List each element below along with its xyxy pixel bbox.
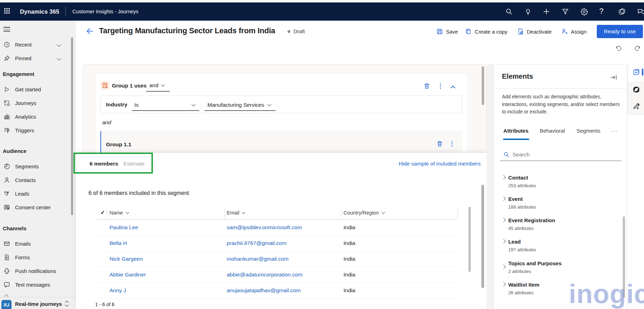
copilot-icon[interactable] <box>618 8 626 15</box>
sidebar-group-channels: Channels Emails Forms Push no <box>0 225 76 292</box>
sidebar-item-label: Triggers <box>15 127 34 133</box>
chevron-right-icon[interactable] <box>501 239 506 244</box>
tab-segments[interactable]: Segments <box>576 128 600 134</box>
area-switcher[interactable]: RJ Real-time journeys <box>0 297 76 309</box>
redo-icon[interactable] <box>634 44 642 52</box>
column-header-email[interactable]: Email <box>227 210 245 216</box>
panel-gap <box>487 64 493 309</box>
chevron-right-icon[interactable] <box>501 196 506 201</box>
create-copy-button[interactable]: Create a copy <box>465 28 507 35</box>
member-email-link[interactable]: prachii.8767@gmail.com <box>227 240 286 246</box>
save-button[interactable]: Save <box>437 28 458 35</box>
column-header-name[interactable]: Name <box>109 210 129 216</box>
element-count: 45 attributes <box>508 226 534 231</box>
brand-title[interactable]: Dynamics 365 <box>20 8 59 15</box>
sidebar-item-pinned[interactable]: Pinned <box>0 51 76 65</box>
undo-icon[interactable] <box>615 44 622 52</box>
filter-icon[interactable] <box>561 8 569 15</box>
waffle-icon[interactable] <box>4 8 10 14</box>
tab-behavioral[interactable]: Behavioral <box>540 128 565 134</box>
tab-attributes[interactable]: Attributes <box>503 128 529 134</box>
area-switcher-chevrons-icon[interactable] <box>65 300 70 308</box>
sidebar-item-push-notifications[interactable]: Push notifications <box>0 264 76 278</box>
table-row[interactable]: Abbie Gardiner abbie@adatumcorporation.c… <box>97 267 458 283</box>
chevron-right-icon[interactable] <box>501 175 506 180</box>
deactivate-button[interactable]: Deactivate <box>517 28 552 35</box>
sidebar-scrollbar-thumb[interactable] <box>71 37 73 215</box>
sidebar-item-get-started[interactable]: Get started <box>0 83 76 96</box>
chevron-down-icon[interactable] <box>57 42 61 47</box>
assign-button[interactable]: Assign <box>561 28 587 35</box>
sidebar-item-analytics[interactable]: Analytics <box>0 110 76 124</box>
condition-operator-dropdown[interactable]: Is <box>132 99 199 111</box>
subgroup-more-icon[interactable] <box>451 141 453 148</box>
chevron-right-icon[interactable] <box>501 218 506 222</box>
leads-icon <box>3 190 10 197</box>
search-icon[interactable] <box>505 8 513 15</box>
sidebar-item-recent[interactable]: Recent <box>0 38 76 51</box>
member-email-link[interactable]: sam@ipsddev.onmicrosoft.com <box>227 224 302 231</box>
sidebar-item-contacts[interactable]: Contacts <box>0 173 76 187</box>
collapse-panel-icon[interactable] <box>610 75 617 81</box>
table-header: ✓ Name Email Country/Region <box>76 208 468 219</box>
chat-icon[interactable] <box>637 8 644 15</box>
sidebar-item-consent-center[interactable]: Consent center <box>0 201 76 214</box>
ready-to-use-button[interactable]: Ready to use <box>597 25 643 38</box>
member-name-link[interactable]: Paulina Lee <box>109 224 138 231</box>
member-email-link[interactable]: anujasujatajadhav@gmail.com <box>227 287 300 294</box>
pin-icon <box>3 55 10 62</box>
app-name[interactable]: Customer Insights - Journeys <box>72 8 139 15</box>
member-name-link[interactable]: Nick Gargeen <box>109 256 143 262</box>
members-scrollbar-thumb[interactable] <box>481 185 484 288</box>
sidebar-item-journeys[interactable]: Journeys <box>0 96 76 110</box>
help-icon[interactable]: ? <box>599 7 607 14</box>
table-scrollbar-thumb[interactable] <box>468 207 471 272</box>
lightbulb-icon[interactable] <box>524 8 532 15</box>
member-country: India <box>344 224 355 231</box>
condition-value-dropdown[interactable]: Manufacturing Services <box>205 99 276 111</box>
delete-subgroup-icon[interactable] <box>437 141 443 148</box>
back-arrow-icon[interactable] <box>86 27 94 35</box>
select-all-check-icon[interactable]: ✓ <box>100 209 105 216</box>
sidebar-item-emails[interactable]: Emails <box>0 237 76 251</box>
canvas-scrollbar-thumb[interactable] <box>482 66 484 105</box>
table-row[interactable]: Anny J anujasujatajadhav@gmail.com India <box>97 283 458 299</box>
table-row[interactable]: Nick Gargeen mohankumar@gmail.com India <box>97 251 458 267</box>
partial-icon <box>5 295 8 297</box>
element-name: Event Registration <box>508 217 555 223</box>
table-row[interactable]: Paulina Lee sam@ipsddev.onmicrosoft.com … <box>97 220 458 236</box>
sidebar-item-label: Push notifications <box>15 268 56 274</box>
group-more-icon[interactable] <box>439 83 441 91</box>
member-name-link[interactable]: Anny J <box>109 287 126 294</box>
element-count: 26 attributes <box>508 290 534 295</box>
table-row[interactable]: Bella H prachii.8767@gmail.com India <box>97 236 458 251</box>
collapse-group-icon[interactable] <box>450 84 456 91</box>
chevron-down-icon[interactable] <box>57 56 61 61</box>
segments-icon <box>3 163 10 170</box>
member-email-link[interactable]: mohankumar@gmail.com <box>227 256 289 262</box>
column-header-country[interactable]: Country/Region <box>344 210 384 216</box>
tab-more-icon[interactable]: ··· <box>611 128 618 134</box>
sidebar-item-triggers[interactable]: Triggers <box>0 124 76 137</box>
member-email-link[interactable]: abbie@adatumcorporation.com <box>227 272 303 278</box>
hamburger-icon[interactable] <box>3 27 10 31</box>
sidebar-item-leads[interactable]: Leads <box>0 187 76 201</box>
browser-strip <box>0 0 644 2</box>
elements-tool-icon[interactable] <box>633 69 640 77</box>
delete-group-icon[interactable] <box>424 83 430 91</box>
member-name-link[interactable]: Bella H <box>109 240 127 246</box>
chevron-right-icon[interactable] <box>501 265 506 269</box>
settings-icon[interactable] <box>580 8 588 15</box>
search-input[interactable] <box>512 152 610 158</box>
hide-sample-link[interactable]: Hide sample of included members <box>399 161 481 167</box>
tools-icon[interactable] <box>632 103 640 112</box>
chevron-right-icon[interactable] <box>501 282 506 287</box>
copilot-tool-icon[interactable] <box>633 86 640 94</box>
group-operator-dropdown[interactable]: and <box>146 80 170 92</box>
sidebar-item-segments[interactable]: Segments <box>0 160 76 173</box>
sidebar-item-forms[interactable]: Forms <box>0 251 76 264</box>
member-name-link[interactable]: Abbie Gardiner <box>109 272 146 278</box>
add-icon[interactable] <box>543 8 550 15</box>
sidebar-item-text-messages[interactable]: Text messages <box>0 278 76 292</box>
sidebar-heading-channels: Channels <box>0 225 76 232</box>
